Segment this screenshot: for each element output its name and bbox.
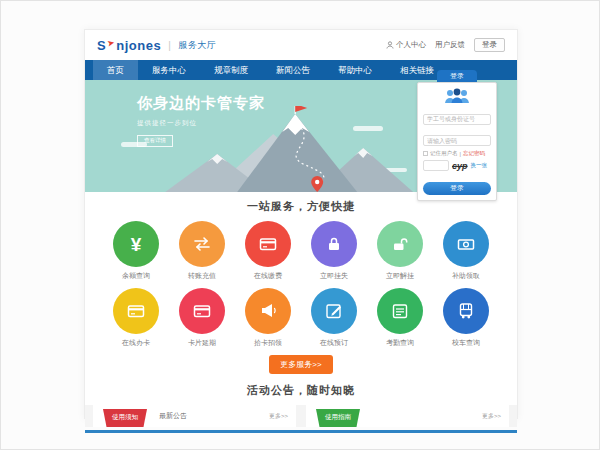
lock-icon	[311, 221, 357, 267]
service-item-online-payment[interactable]: 在线缴费	[239, 221, 297, 281]
logo-text-first: S	[97, 38, 106, 53]
password-input[interactable]	[423, 135, 491, 146]
tab-usage-notice[interactable]: 使用须知	[103, 409, 147, 427]
logo-arrow-icon: ➤	[106, 37, 116, 48]
header-login-button[interactable]: 登录	[474, 38, 505, 52]
user-feedback-label: 用户反馈	[435, 40, 465, 50]
header-right: 个人中心 用户反馈 登录	[386, 38, 505, 52]
service-label: 在线缴费	[254, 271, 282, 281]
nav-item-regulations[interactable]: 规章制度	[200, 60, 262, 80]
users-icon	[442, 88, 472, 104]
login-card: 记住用户名 | 忘记密码 cyp 换一张 登录	[417, 82, 497, 201]
service-label: 余额查询	[122, 271, 150, 281]
nav-item-news[interactable]: 新闻公告	[262, 60, 324, 80]
megaphone-icon	[245, 288, 291, 334]
remember-checkbox[interactable]	[423, 151, 428, 156]
nav-item-help-center[interactable]: 帮助中心	[324, 60, 386, 80]
service-label: 考勤查询	[386, 338, 414, 348]
remember-separator: |	[460, 151, 461, 157]
bank-card-icon	[179, 288, 225, 334]
nav-item-service-center[interactable]: 服务中心	[138, 60, 200, 80]
service-item-card-extension[interactable]: 卡片延期	[173, 288, 231, 348]
service-item-subsidy[interactable]: 补助领取	[437, 221, 495, 281]
login-panel: 登录 记住用户名 | 忘记密码 cyp 换一张	[417, 70, 497, 201]
edit-icon	[311, 288, 357, 334]
hero-title: 你身边的卡管专家	[137, 94, 265, 113]
captcha-input[interactable]	[423, 160, 449, 171]
hero-banner: 你身边的卡管专家 提供捷径一步到位 查看详情 登录	[85, 80, 517, 192]
footer-divider-line	[85, 430, 517, 433]
bank-card-icon	[113, 288, 159, 334]
more-services-button[interactable]: 更多服务>>	[269, 355, 332, 374]
service-item-transfer-recharge[interactable]: 转账充值	[173, 221, 231, 281]
service-label: 转账充值	[188, 271, 216, 281]
announcements-strip: 使用须知 最新公告 更多>> 使用指南 更多>>	[85, 405, 517, 427]
hero-text: 你身边的卡管专家 提供捷径一步到位 查看详情	[137, 94, 265, 147]
site-logo[interactable]: S➤njones | 服务大厅	[97, 38, 216, 53]
login-tab[interactable]: 登录	[437, 70, 477, 82]
left-more-link[interactable]: 更多>>	[269, 412, 288, 421]
user-feedback-link[interactable]: 用户反馈	[435, 40, 465, 50]
banknote-icon	[443, 221, 489, 267]
tab-latest-announcements[interactable]: 最新公告	[159, 411, 187, 421]
service-item-online-booking[interactable]: 在线预订	[305, 288, 363, 348]
service-label: 校车查询	[452, 338, 480, 348]
attendance-icon	[377, 288, 423, 334]
forgot-password-link[interactable]: 忘记密码	[463, 150, 485, 157]
captcha-image[interactable]: cyp	[452, 161, 468, 171]
service-label: 补助领取	[452, 271, 480, 281]
service-label: 卡片延期	[188, 338, 216, 348]
remember-label: 记住用户名	[430, 150, 458, 157]
yuan-icon: ¥	[113, 221, 159, 267]
bank-card-icon	[245, 221, 291, 267]
services-row-1: ¥ 余额查询 转账充值 在线缴费 立即挂失 立即解挂	[85, 221, 517, 281]
service-label: 立即挂失	[320, 271, 348, 281]
announcements-section-title: 活动公告，随时知晓	[85, 383, 517, 398]
personal-center-link[interactable]: 个人中心	[386, 40, 426, 50]
service-item-unfreeze[interactable]: 立即解挂	[371, 221, 429, 281]
tab-usage-guide[interactable]: 使用指南	[316, 409, 360, 427]
logo-text-rest: njones	[116, 38, 161, 53]
announcements-left-panel: 使用须知 最新公告 更多>>	[93, 405, 296, 427]
service-item-apply-card[interactable]: 在线办卡	[107, 288, 165, 348]
change-captcha-link[interactable]: 换一张	[471, 162, 488, 169]
service-item-balance-query[interactable]: ¥ 余额查询	[107, 221, 165, 281]
service-label: 拾卡招领	[254, 338, 282, 348]
service-item-report-loss[interactable]: 立即挂失	[305, 221, 363, 281]
services-row-2: 在线办卡 卡片延期 拾卡招领 在线预订 考勤查询	[85, 288, 517, 348]
screenshot-stage: S➤njones | 服务大厅 个人中心 用户反馈 登录 首页 服务中心 规章制…	[0, 0, 600, 450]
captcha-row: cyp 换一张	[423, 160, 491, 171]
service-label: 在线预订	[320, 338, 348, 348]
login-submit-button[interactable]: 登录	[423, 182, 491, 195]
service-item-school-bus[interactable]: 校车查询	[437, 288, 495, 348]
service-label: 立即解挂	[386, 271, 414, 281]
person-icon	[386, 41, 394, 49]
transfer-icon	[179, 221, 225, 267]
logo-divider: |	[168, 40, 171, 51]
account-input[interactable]	[423, 114, 491, 125]
personal-center-label: 个人中心	[396, 40, 426, 50]
announcements-right-panel: 使用指南 更多>>	[306, 405, 509, 427]
service-label: 在线办卡	[122, 338, 150, 348]
header: S➤njones | 服务大厅 个人中心 用户反馈 登录	[85, 30, 517, 60]
service-item-attendance[interactable]: 考勤查询	[371, 288, 429, 348]
bus-icon	[443, 288, 489, 334]
hero-subtitle: 提供捷径一步到位	[137, 119, 265, 128]
site-name: 服务大厅	[178, 39, 216, 52]
services-section-title: 一站服务，方便快捷	[85, 199, 517, 214]
portal-page: S➤njones | 服务大厅 个人中心 用户反馈 登录 首页 服务中心 规章制…	[84, 29, 518, 419]
service-item-found-card[interactable]: 拾卡招领	[239, 288, 297, 348]
unlock-icon	[377, 221, 423, 267]
remember-row: 记住用户名 | 忘记密码	[423, 150, 491, 157]
nav-item-home[interactable]: 首页	[93, 60, 138, 80]
hero-cta-button[interactable]: 查看详情	[137, 135, 173, 147]
right-more-link[interactable]: 更多>>	[482, 412, 501, 421]
